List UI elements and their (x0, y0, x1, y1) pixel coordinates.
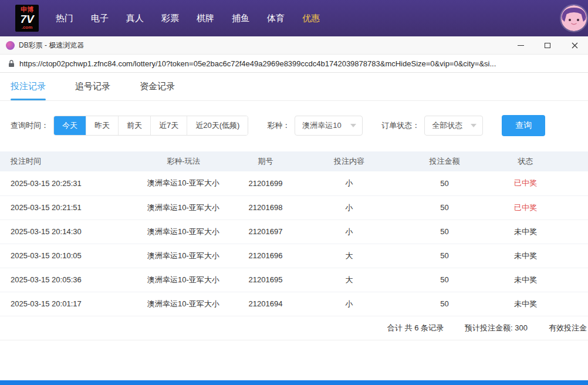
cell-amount: 50 (399, 195, 490, 219)
footer-total-records: 合计 共 6 条记录 (387, 323, 444, 333)
maximize-button[interactable] (534, 36, 561, 54)
minimize-icon (518, 45, 524, 46)
tab-chase-records[interactable]: 追号记录 (75, 73, 110, 100)
nav-item-fishing[interactable]: 捕鱼 (223, 0, 258, 36)
logo-text-mid: 7V (20, 13, 33, 25)
nav-item-lottery[interactable]: 彩票 (153, 0, 188, 36)
address-bar[interactable]: https://ctop02pchwp1.zfnc84.com/lottery/… (0, 55, 588, 73)
time-filter-today[interactable]: 今天 (54, 116, 86, 135)
chevron-down-icon (350, 124, 356, 127)
cell-time: 2025-03-15 20:21:51 (0, 195, 135, 219)
lottery-filter-label: 彩种： (267, 120, 290, 131)
minimize-button[interactable] (507, 36, 534, 54)
nav-item-sports[interactable]: 体育 (258, 0, 293, 36)
nav-item-hot[interactable]: 热门 (47, 0, 82, 36)
column-header-issue: 期号 (232, 151, 299, 171)
table-body: 2025-03-15 20:25:31澳洲幸运10-亚军大小21201699小5… (0, 171, 588, 316)
site-logo[interactable]: 申博 7V .com (15, 5, 39, 32)
tab-bet-records[interactable]: 投注记录 (11, 73, 46, 100)
nav-item-promo[interactable]: 优惠 (293, 0, 329, 36)
cell-game: 澳洲幸运10-亚军大小 (135, 171, 232, 195)
time-filter-day-before[interactable]: 前天 (118, 116, 150, 135)
close-button[interactable] (561, 36, 588, 54)
logo-text-bottom: .com (22, 25, 33, 30)
cell-game: 澳洲幸运10-亚军大小 (135, 244, 232, 268)
logo-text-top: 申博 (21, 6, 33, 13)
table-row: 2025-03-15 20:05:36澳洲幸运10-亚军大小21201695大5… (0, 268, 588, 292)
secure-lock-icon (8, 60, 15, 67)
query-button[interactable]: 查询 (502, 115, 545, 136)
cell-issue: 21201698 (232, 195, 299, 219)
user-avatar[interactable] (561, 5, 587, 31)
cell-status: 未中奖 (490, 268, 588, 292)
status-filter-label: 订单状态： (381, 120, 420, 131)
nav-item-electronic[interactable]: 电子 (82, 0, 117, 36)
bet-records-table: 投注时间彩种-玩法期号投注内容投注金额状态 2025-03-15 20:25:3… (0, 151, 588, 316)
nav-item-chess[interactable]: 棋牌 (188, 0, 223, 36)
cell-amount: 50 (399, 268, 490, 292)
cell-time: 2025-03-15 20:05:36 (0, 268, 135, 292)
footer-valid-amount: 有效投注金 (549, 323, 587, 333)
table-footer: 合计 共 6 条记录 预计投注金额: 300 有效投注金 (0, 316, 588, 340)
nav-item-live[interactable]: 真人 (117, 0, 153, 36)
cell-amount: 50 (399, 292, 490, 316)
time-filter-last-20-days[interactable]: 近20天(低频) (187, 116, 248, 135)
window-title: DB彩票 - 极速浏览器 (19, 40, 84, 50)
column-header-time: 投注时间 (0, 151, 135, 171)
cell-issue: 21201695 (232, 268, 299, 292)
lottery-select[interactable]: 澳洲幸运10 (295, 116, 363, 136)
cell-status: 未中奖 (490, 244, 588, 268)
column-header-status: 状态 (490, 151, 588, 171)
cell-game: 澳洲幸运10-亚军大小 (135, 195, 232, 219)
cell-status: 未中奖 (490, 292, 588, 316)
browser-titlebar: DB彩票 - 极速浏览器 (0, 36, 588, 55)
time-filter-yesterday[interactable]: 昨天 (86, 116, 118, 135)
page-url: https://ctop02pchwp1.zfnc84.com/lottery/… (19, 59, 496, 68)
lottery-select-value: 澳洲幸运10 (302, 120, 341, 131)
footer-expected-amount: 预计投注金额: 300 (465, 323, 528, 333)
table-row: 2025-03-15 20:10:05澳洲幸运10-亚军大小21201696大5… (0, 244, 588, 268)
cell-issue: 21201696 (232, 244, 299, 268)
cell-status: 已中奖 (490, 195, 588, 219)
cell-content: 小 (299, 195, 399, 219)
cell-time: 2025-03-15 20:01:17 (0, 292, 135, 316)
table-header-row: 投注时间彩种-玩法期号投注内容投注金额状态 (0, 151, 588, 171)
cell-game: 澳洲幸运10-亚军大小 (135, 219, 232, 244)
table-row: 2025-03-15 20:01:17澳洲幸运10-亚军大小21201694小5… (0, 292, 588, 316)
avatar-image (561, 5, 587, 31)
table-row: 2025-03-15 20:25:31澳洲幸运10-亚军大小21201699小5… (0, 171, 588, 195)
top-banner: 申博 7V .com 热门电子真人彩票棋牌捕鱼体育优惠 (0, 0, 588, 36)
taskbar-strip (0, 380, 588, 385)
cell-issue: 21201697 (232, 219, 299, 244)
cell-amount: 50 (399, 171, 490, 195)
app-icon (6, 41, 15, 50)
cell-amount: 50 (399, 244, 490, 268)
filter-bar: 查询时间： 今天昨天前天近7天近20天(低频) 彩种： 澳洲幸运10 订单状态：… (0, 115, 588, 136)
cell-time: 2025-03-15 20:25:31 (0, 171, 135, 195)
window-controls (507, 36, 588, 54)
time-filter-label: 查询时间： (11, 120, 49, 131)
status-select-value: 全部状态 (432, 120, 462, 131)
tab-fund-records[interactable]: 资金记录 (140, 73, 175, 100)
time-filter-last-7-days[interactable]: 近7天 (150, 116, 187, 135)
status-select[interactable]: 全部状态 (424, 116, 483, 136)
column-header-amount: 投注金额 (399, 151, 490, 171)
main-nav: 热门电子真人彩票棋牌捕鱼体育优惠 (47, 0, 329, 36)
cell-game: 澳洲幸运10-亚军大小 (135, 268, 232, 292)
table-row: 2025-03-15 20:21:51澳洲幸运10-亚军大小21201698小5… (0, 195, 588, 219)
close-icon (572, 42, 578, 49)
cell-content: 小 (299, 292, 399, 316)
cell-amount: 50 (399, 219, 490, 244)
cell-issue: 21201694 (232, 292, 299, 316)
cell-content: 大 (299, 244, 399, 268)
column-header-content: 投注内容 (299, 151, 399, 171)
cell-content: 小 (299, 171, 399, 195)
column-header-game: 彩种-玩法 (135, 151, 232, 171)
chevron-down-icon (471, 124, 477, 127)
time-filter-group: 今天昨天前天近7天近20天(低频) (53, 116, 248, 136)
cell-time: 2025-03-15 20:10:05 (0, 244, 135, 268)
cell-status: 未中奖 (490, 219, 588, 244)
table-row: 2025-03-15 20:14:30澳洲幸运10-亚军大小21201697小5… (0, 219, 588, 244)
cell-game: 澳洲幸运10-亚军大小 (135, 292, 232, 316)
cell-content: 小 (299, 219, 399, 244)
